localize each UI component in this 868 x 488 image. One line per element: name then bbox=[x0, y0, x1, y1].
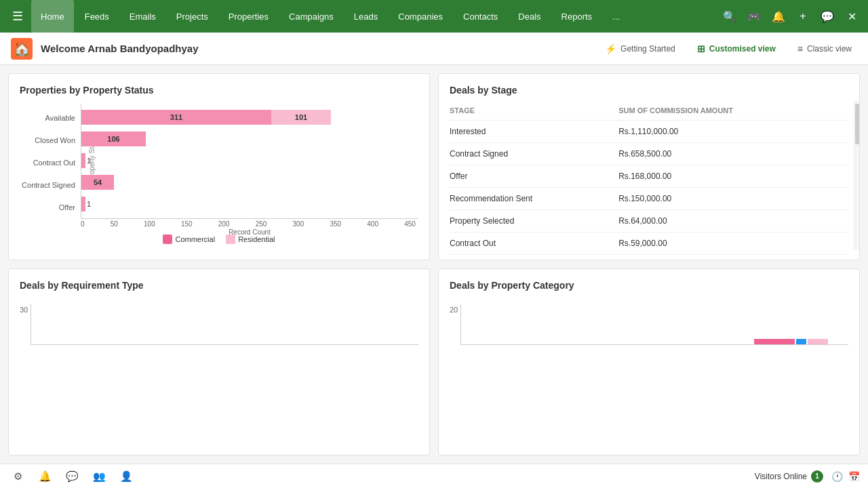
amount-cell: Rs.59,000.00 bbox=[618, 232, 848, 255]
status-user-icon[interactable]: 👤 bbox=[117, 467, 136, 486]
col-amount-header: SUM OF COMMISSION AMOUNT bbox=[618, 104, 848, 121]
bar-contract-out-label: 1 bbox=[87, 157, 91, 165]
search-icon[interactable]: 🔍 bbox=[719, 5, 741, 27]
x-label-300: 300 bbox=[293, 220, 304, 228]
table-row: TotalRs.2,209,500.00 bbox=[450, 255, 848, 261]
deals-by-req-card: Deals by Requirement Type 30 bbox=[8, 268, 430, 455]
gamepad-icon[interactable]: 🎮 bbox=[743, 5, 765, 27]
nav-item-contacts[interactable]: Contacts bbox=[454, 0, 507, 33]
x-label-350: 350 bbox=[330, 220, 341, 228]
classic-view-label: Classic view bbox=[807, 44, 852, 54]
amount-cell: Rs.2,209,500.00 bbox=[618, 255, 848, 261]
hamburger-menu[interactable]: ☰ bbox=[5, 3, 30, 29]
visitor-action-icons: 🕐 📅 bbox=[831, 471, 860, 482]
properties-by-status-card: Properties by Property Status Available … bbox=[8, 73, 430, 260]
getting-started-label: Getting Started bbox=[620, 44, 675, 54]
headerbar: 🏠 Welcome Arnab Bandyopadhyay ⚡ Getting … bbox=[0, 33, 868, 65]
legend-residential-label: Residential bbox=[238, 235, 275, 243]
stage-cell: Contract Out bbox=[450, 232, 618, 255]
legend-residential-color bbox=[226, 235, 235, 244]
y-label-closed-won: Closed Won bbox=[20, 136, 75, 144]
x-label-0: 0 bbox=[81, 220, 85, 228]
table-row: Contract SignedRs.658,500.00 bbox=[450, 143, 848, 165]
nav-item-feeds[interactable]: Feeds bbox=[75, 0, 119, 33]
amount-cell: Rs.168,000.00 bbox=[618, 165, 848, 188]
nav-item-properties[interactable]: Properties bbox=[219, 0, 278, 33]
table-row: OfferRs.168,000.00 bbox=[450, 165, 848, 188]
deals-by-category-card: Deals by Property Category 20 bbox=[438, 268, 860, 455]
deals-by-stage-card: Deals by Stage STAGE SUM OF COMMISSION A… bbox=[438, 73, 860, 260]
bar-offer-label: 1 bbox=[87, 200, 91, 208]
status-bell-icon[interactable]: 🔔 bbox=[35, 467, 54, 486]
nav-item-campaigns[interactable]: Campaigns bbox=[279, 0, 343, 33]
nav-item-companies[interactable]: Companies bbox=[389, 0, 452, 33]
settings-icon[interactable]: ⚙ bbox=[8, 467, 27, 486]
legend-residential: Residential bbox=[226, 235, 275, 244]
customised-view-label: Customised view bbox=[709, 44, 776, 54]
calendar-icon[interactable]: 📅 bbox=[848, 471, 860, 482]
bar-contract-signed-commercial: 54 bbox=[81, 175, 114, 190]
amount-cell: Rs.150,000.00 bbox=[618, 188, 848, 210]
chart1-area: Available Closed Won Contract Out Contra… bbox=[20, 104, 418, 253]
classic-view-btn[interactable]: ≡ Classic view bbox=[792, 41, 857, 57]
stage-cell: Offer bbox=[450, 165, 618, 188]
bell-icon[interactable]: 🔔 bbox=[768, 5, 789, 27]
statusbar: ⚙ 🔔 💬 👥 👤 Visitors Online 1 🕐 📅 bbox=[0, 464, 868, 488]
legend-commercial: Commercial bbox=[163, 235, 215, 244]
add-icon[interactable]: + bbox=[792, 5, 814, 27]
nav-item-deals[interactable]: Deals bbox=[509, 0, 550, 33]
main-content: Properties by Property Status Available … bbox=[0, 65, 868, 464]
x-label-50: 50 bbox=[111, 220, 118, 228]
topnav: ☰ Home Feeds Emails Projects Properties … bbox=[0, 0, 868, 33]
nav-item-leads[interactable]: Leads bbox=[344, 0, 387, 33]
bar-contract-out: 1 bbox=[81, 150, 418, 171]
visitors-online: Visitors Online 1 bbox=[755, 470, 823, 483]
nav-item-reports[interactable]: Reports bbox=[552, 0, 602, 33]
nav-item-emails[interactable]: Emails bbox=[120, 0, 165, 33]
amount-cell: Rs.658,500.00 bbox=[618, 143, 848, 165]
chat-icon[interactable]: 💬 bbox=[816, 5, 838, 27]
table-row: Recommendation SentRs.150,000.00 bbox=[450, 188, 848, 210]
legend-commercial-color bbox=[163, 235, 172, 244]
nav-item-projects[interactable]: Projects bbox=[167, 0, 218, 33]
header-actions: ⚡ Getting Started ⊞ Customised view ≡ Cl… bbox=[599, 41, 857, 57]
list-icon: ≡ bbox=[797, 43, 803, 54]
deals-stage-table-scroll[interactable]: STAGE SUM OF COMMISSION AMOUNT Intereste… bbox=[450, 104, 848, 260]
x-label-450: 450 bbox=[404, 220, 416, 228]
y-label-available: Available bbox=[20, 114, 75, 122]
nav-icons: 🔍 🎮 🔔 + 💬 ✕ bbox=[719, 5, 863, 27]
nav-item-more[interactable]: ... bbox=[603, 0, 629, 33]
stage-cell: Interested bbox=[450, 121, 618, 143]
x-label-400: 400 bbox=[367, 220, 378, 228]
x-label-250: 250 bbox=[256, 220, 267, 228]
bar-available: 311 101 bbox=[81, 106, 418, 128]
bar-offer-commercial bbox=[81, 197, 85, 211]
y-label-contract-out: Contract Out bbox=[20, 159, 75, 167]
x-axis-title: Record Count bbox=[81, 228, 418, 236]
lightning-icon: ⚡ bbox=[605, 43, 616, 54]
visitors-label: Visitors Online bbox=[755, 472, 807, 481]
customised-view-btn[interactable]: ⊞ Customised view bbox=[692, 41, 781, 57]
app-logo: 🏠 bbox=[11, 38, 33, 60]
stage-cell: Total bbox=[450, 255, 618, 261]
close-icon[interactable]: ✕ bbox=[841, 5, 863, 27]
visitors-badge: 1 bbox=[811, 470, 823, 483]
bar-contract-out-commercial bbox=[81, 153, 85, 168]
welcome-text: Welcome Arnab Bandyopadhyay bbox=[41, 43, 199, 54]
grid-icon: ⊞ bbox=[697, 43, 705, 54]
chart3-title: Deals by Requirement Type bbox=[20, 280, 418, 291]
getting-started-btn[interactable]: ⚡ Getting Started bbox=[599, 41, 681, 57]
amount-cell: Rs.64,000.00 bbox=[618, 210, 848, 232]
clock-icon[interactable]: 🕐 bbox=[831, 471, 843, 482]
nav-item-home[interactable]: Home bbox=[31, 0, 74, 33]
col-stage-header: STAGE bbox=[450, 104, 618, 121]
status-group-icon[interactable]: 👥 bbox=[90, 467, 108, 486]
chart2-title: Deals by Stage bbox=[450, 85, 848, 96]
legend-commercial-label: Commercial bbox=[175, 235, 215, 243]
status-chat-icon[interactable]: 💬 bbox=[62, 467, 81, 486]
bar-closed-commercial: 106 bbox=[81, 131, 146, 146]
chart3-y-max: 30 bbox=[20, 306, 28, 314]
table-row: Property SelectedRs.64,000.00 bbox=[450, 210, 848, 232]
x-label-200: 200 bbox=[218, 220, 230, 228]
bar-closed-won: 106 bbox=[81, 128, 418, 150]
